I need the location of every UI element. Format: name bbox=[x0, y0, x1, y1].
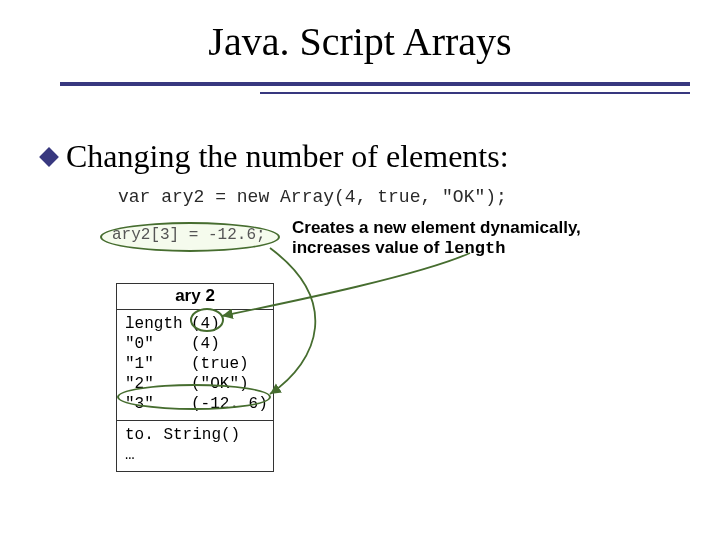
table-row: "1"(true) bbox=[125, 354, 267, 374]
annotation: Creates a new element dynamically, incre… bbox=[292, 218, 622, 260]
code-assignment: ary2[3] = -12.6; bbox=[112, 226, 266, 244]
bullet-row: Changing the number of elements: bbox=[42, 138, 509, 175]
code-assignment-group: ary2[3] = -12.6; bbox=[100, 222, 280, 252]
prop-val: ("OK") bbox=[191, 374, 249, 394]
arrows-overlay bbox=[0, 0, 720, 540]
rule-thin bbox=[260, 92, 690, 94]
prop-key: "1" bbox=[125, 354, 191, 374]
prop-val: (-12. 6) bbox=[191, 394, 268, 414]
prop-val: (true) bbox=[191, 354, 249, 374]
prop-key: "0" bbox=[125, 334, 191, 354]
code-declaration: var ary2 = new Array(4, true, "OK"); bbox=[118, 187, 507, 207]
prop-key: "2" bbox=[125, 374, 191, 394]
object-methods: to. String() … bbox=[117, 420, 273, 471]
page-title: Java. Script Arrays bbox=[0, 18, 720, 65]
prop-val: (4) bbox=[191, 334, 220, 354]
annotation-line2a: increases value of bbox=[292, 238, 444, 257]
prop-key: length bbox=[125, 314, 191, 334]
table-row: length(4) bbox=[125, 314, 267, 334]
diamond-icon bbox=[39, 147, 59, 167]
method-row: to. String() bbox=[125, 425, 267, 445]
rule-thick bbox=[60, 82, 690, 86]
annotation-line1: Creates a new element dynamically, bbox=[292, 218, 581, 237]
table-row: "2"("OK") bbox=[125, 374, 267, 394]
table-row: "3"(-12. 6) bbox=[125, 394, 267, 414]
method-row: … bbox=[125, 445, 267, 465]
title-rule bbox=[60, 82, 690, 96]
bullet-text: Changing the number of elements: bbox=[66, 138, 509, 175]
prop-key: "3" bbox=[125, 394, 191, 414]
object-box: ary 2 length(4) "0"(4) "1"(true) "2"("OK… bbox=[116, 283, 274, 472]
object-title: ary 2 bbox=[117, 284, 273, 310]
arrow-icon bbox=[270, 248, 315, 394]
annotation-length-word: length bbox=[444, 239, 505, 258]
object-properties: length(4) "0"(4) "1"(true) "2"("OK") "3"… bbox=[117, 310, 273, 420]
prop-val: (4) bbox=[191, 314, 220, 334]
table-row: "0"(4) bbox=[125, 334, 267, 354]
slide: Java. Script Arrays Changing the number … bbox=[0, 0, 720, 540]
